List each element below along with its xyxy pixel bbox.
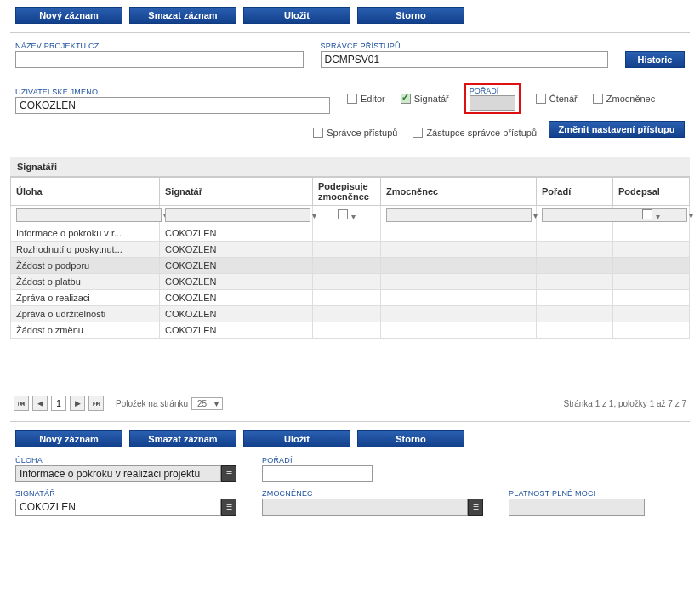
filter-signs-proxy[interactable] — [338, 209, 348, 219]
change-access-button[interactable]: Změnit nastavení přístupu — [549, 121, 685, 138]
task-picker-icon[interactable]: ☰ — [221, 465, 236, 482]
col-proxy[interactable]: Zmocněnec — [381, 178, 537, 206]
project-access-form: NÁZEV PROJEKTU CZ SPRÁVCE PŘÍSTUPŮ Histo… — [10, 38, 690, 148]
access-admin-input[interactable] — [321, 51, 609, 68]
new-record-button-2[interactable]: Nový záznam — [15, 430, 122, 447]
pager-items-label: Položek na stránku — [116, 399, 188, 408]
history-button[interactable]: Historie — [625, 51, 685, 68]
pager-prev-button[interactable]: ◀ — [32, 396, 48, 411]
col-order[interactable]: Pořadí — [537, 178, 613, 206]
col-signed[interactable]: Podepsal — [613, 178, 690, 206]
table-row[interactable]: Zpráva o realizaciCOKOZLEN — [11, 290, 690, 306]
project-name-label: NÁZEV PROJEKTU CZ — [15, 42, 304, 50]
col-task[interactable]: Úloha — [11, 178, 160, 206]
table-row[interactable]: Zpráva o udržitelnostiCOKOZLEN — [11, 306, 690, 322]
lower-toolbar: Nový záznam Smazat záznam Uložit Storno — [10, 427, 690, 451]
signatory-label: SIGNATÁŘ — [15, 489, 236, 498]
pager: ⏮ ◀ ▶ ⏭ Položek na stránku 25 Stránka 1 … — [10, 390, 690, 416]
task-input[interactable] — [15, 465, 221, 482]
funnel-icon[interactable]: ▾ — [312, 211, 316, 220]
table-row[interactable]: Žádost o podporuCOKOZLEN — [11, 258, 690, 274]
filter-order[interactable] — [542, 208, 687, 222]
order-label: POŘADÍ — [470, 87, 515, 95]
cancel-button[interactable]: Storno — [357, 7, 464, 24]
deputy-admin-checkbox[interactable]: Zástupce správce přístupů — [413, 128, 537, 138]
order-highlight-box: POŘADÍ — [464, 83, 521, 114]
funnel-icon[interactable]: ▾ — [533, 211, 538, 220]
table-row[interactable]: Žádost o změnuCOKOZLEN — [11, 322, 690, 339]
col-signatory[interactable]: Signatář — [160, 178, 313, 206]
funnel-icon[interactable]: ▾ — [656, 212, 660, 221]
signatory-checkbox[interactable]: Signatář — [401, 94, 449, 104]
proxy-checkbox[interactable]: Zmocněnec — [593, 94, 655, 104]
order-label-2: POŘADÍ — [262, 456, 373, 464]
filter-signatory[interactable] — [165, 208, 310, 222]
table-row[interactable]: Rozhodnutí o poskytnut...COKOZLEN — [11, 242, 690, 258]
signatory-input[interactable] — [15, 499, 221, 516]
signatory-picker-icon[interactable]: ☰ — [221, 499, 236, 516]
access-admin-checkbox[interactable]: Správce přístupů — [313, 128, 397, 138]
reader-checkbox[interactable]: Čtenář — [536, 94, 578, 104]
delete-record-button-2[interactable]: Smazat záznam — [129, 430, 236, 447]
order-input[interactable] — [470, 95, 515, 111]
proxy-label: ZMOCNĚNEC — [262, 489, 483, 498]
table-row[interactable]: Informace o pokroku v r...COKOZLEN — [11, 225, 690, 242]
pager-next-button[interactable]: ▶ — [70, 396, 85, 411]
new-record-button[interactable]: Nový záznam — [15, 7, 122, 24]
pager-last-button[interactable]: ⏭ — [88, 396, 104, 411]
delete-record-button[interactable]: Smazat záznam — [129, 7, 236, 24]
signatory-detail-form: ÚLOHA ☰ POŘADÍ SIGNATÁŘ ☰ ZMOCNĚNEC ☰ — [10, 451, 690, 527]
pager-perpage-select[interactable]: 25 — [191, 397, 223, 410]
proxy-input[interactable] — [262, 499, 468, 516]
proxy-picker-icon[interactable]: ☰ — [468, 499, 483, 516]
filter-signed[interactable] — [642, 209, 652, 219]
funnel-icon[interactable]: ▾ — [689, 211, 693, 220]
validity-input[interactable] — [509, 499, 645, 516]
save-button-2[interactable]: Uložit — [243, 430, 350, 447]
table-row[interactable]: Žádost o platbuCOKOZLEN — [11, 274, 690, 290]
save-button[interactable]: Uložit — [243, 7, 350, 24]
cancel-button-2[interactable]: Storno — [357, 430, 464, 447]
pager-summary: Stránka 1 z 1, položky 1 až 7 z 7 — [563, 399, 686, 408]
pager-first-button[interactable]: ⏮ — [14, 396, 29, 411]
funnel-icon[interactable]: ▾ — [351, 212, 356, 221]
signatories-table: Úloha Signatář Podepisuje zmocněnec Zmoc… — [10, 177, 690, 339]
pager-page-input[interactable] — [51, 396, 66, 411]
access-admin-label: SPRÁVCE PŘÍSTUPŮ — [321, 42, 609, 50]
username-input[interactable] — [15, 97, 330, 114]
order-input-2[interactable] — [262, 465, 373, 482]
username-label: UŽIVATELSKÉ JMÉNO — [15, 88, 330, 96]
col-signs-proxy[interactable]: Podepisuje zmocněnec — [313, 178, 381, 206]
role-checkboxes: Editor Signatář POŘADÍ Čtenář Zmocněnec — [347, 75, 655, 114]
validity-label: PLATNOST PLNÉ MOCI — [509, 489, 645, 498]
top-toolbar: Nový záznam Smazat záznam Uložit Storno — [10, 3, 690, 27]
project-name-input[interactable] — [15, 51, 304, 68]
filter-proxy[interactable] — [386, 208, 532, 222]
signatories-section-title: Signatáři — [10, 157, 690, 177]
filter-task[interactable] — [16, 208, 162, 222]
task-label: ÚLOHA — [15, 456, 236, 464]
editor-checkbox[interactable]: Editor — [347, 94, 385, 104]
